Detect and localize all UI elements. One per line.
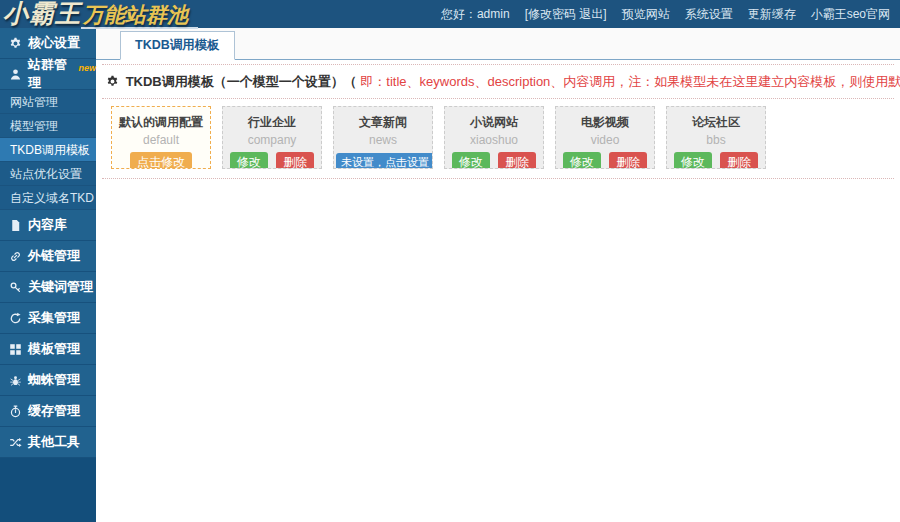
main-content: TKDB调用模板 TKDB调用模板（一个模型一个设置）（ 即：title、key… — [96, 28, 900, 522]
change-password-logout-link[interactable]: [修改密码 退出] — [525, 6, 607, 23]
sidebar-item-label: 核心设置 — [28, 34, 80, 52]
key-icon — [9, 281, 22, 294]
sidebar-item-external-links[interactable]: 外链管理 — [0, 241, 96, 272]
sidebar-item-content-library[interactable]: 内容库 — [0, 210, 96, 241]
submenu-item-website-management[interactable]: 网站管理 — [0, 90, 96, 114]
modify-button[interactable]: 修改 — [563, 152, 601, 169]
card-title: 小说网站 — [445, 114, 543, 131]
submenu-item-model-management[interactable]: 模型管理 — [0, 114, 96, 138]
card-title: 默认的调用配置 — [112, 114, 210, 131]
new-badge: new — [78, 63, 96, 73]
sidebar-item-label: 蜘蛛管理 — [28, 371, 80, 389]
sidebar-item-spiders[interactable]: 蜘蛛管理 — [0, 365, 96, 396]
card-code: default — [112, 133, 210, 147]
page-heading: TKDB调用模板（一个模型一个设置）（ 即：title、keywords、des… — [102, 65, 894, 98]
top-menu: 您好：admin [修改密码 退出] 预览网站 系统设置 更新缓存 小霸王seo… — [441, 0, 890, 28]
delete-button[interactable]: 删除 — [609, 152, 647, 169]
document-icon — [9, 219, 22, 232]
card-title: 论坛社区 — [667, 114, 765, 131]
grid-icon — [9, 343, 22, 356]
user-icon — [9, 68, 22, 81]
card-title: 行业企业 — [223, 114, 321, 131]
template-card-video: 电影视频 video 修改 删除 — [555, 106, 655, 169]
sidebar-item-label: 内容库 — [28, 216, 67, 234]
admin-page: 小霸王万能站群池 您好：admin [修改密码 退出] 预览网站 系统设置 更新… — [0, 0, 900, 522]
submenu-item-custom-domain-tkd[interactable]: 自定义域名TKD — [0, 186, 96, 210]
app-logo: 小霸王万能站群池 — [3, 0, 198, 30]
template-card-news: 文章新闻 news 未设置，点击设置 — [333, 106, 433, 169]
card-code: bbs — [667, 133, 765, 147]
template-card-list: 默认的调用配置 default 点击修改 行业企业 company 修改 删除 … — [102, 99, 894, 178]
modify-button[interactable]: 修改 — [674, 152, 712, 169]
sidebar: 核心设置 站群管理 new 网站管理 模型管理 TKDB调用模板 站点优化设置 … — [0, 28, 96, 522]
sidebar-item-cache[interactable]: 缓存管理 — [0, 396, 96, 427]
heading-note: 即：title、keywords、description、内容调用，注：如果模型… — [360, 74, 900, 89]
official-site-link[interactable]: 小霸王seo官网 — [811, 6, 890, 23]
tab-bar: TKDB调用模板 — [96, 28, 900, 60]
heading-title: TKDB调用模板（一个模型一个设置）（ — [126, 74, 361, 89]
delete-button[interactable]: 删除 — [276, 152, 314, 169]
content-panel: TKDB调用模板（一个模型一个设置）（ 即：title、keywords、des… — [102, 64, 894, 179]
template-card-xiaoshuo: 小说网站 xiaoshuo 修改 删除 — [444, 106, 544, 169]
link-icon — [9, 250, 22, 263]
sidebar-item-label: 缓存管理 — [28, 402, 80, 420]
card-title: 电影视频 — [556, 114, 654, 131]
shuffle-icon — [9, 436, 22, 449]
logo-part1: 小霸王 — [3, 0, 81, 27]
sidebar-item-label: 站群管理 — [28, 56, 71, 92]
sidebar-item-label: 其他工具 — [28, 433, 80, 451]
card-code: video — [556, 133, 654, 147]
sidebar-item-other-tools[interactable]: 其他工具 — [0, 427, 96, 458]
sidebar-item-core-settings[interactable]: 核心设置 — [0, 28, 96, 59]
gear-icon — [106, 75, 119, 88]
update-cache-link[interactable]: 更新缓存 — [748, 6, 796, 23]
tab-tkdb-template[interactable]: TKDB调用模板 — [120, 31, 235, 60]
site-group-submenu: 网站管理 模型管理 TKDB调用模板 站点优化设置 自定义域名TKD — [0, 90, 96, 210]
card-title: 文章新闻 — [334, 114, 432, 131]
refresh-icon — [9, 312, 22, 325]
sidebar-item-templates[interactable]: 模板管理 — [0, 334, 96, 365]
sidebar-item-label: 关键词管理 — [28, 278, 93, 296]
sidebar-item-label: 外链管理 — [28, 247, 80, 265]
system-settings-link[interactable]: 系统设置 — [685, 6, 733, 23]
sidebar-item-keywords[interactable]: 关键词管理 — [0, 272, 96, 303]
top-bar: 小霸王万能站群池 您好：admin [修改密码 退出] 预览网站 系统设置 更新… — [0, 0, 900, 28]
sidebar-item-label: 采集管理 — [28, 309, 80, 327]
sidebar-item-collection[interactable]: 采集管理 — [0, 303, 96, 334]
click-modify-button[interactable]: 点击修改 — [130, 152, 192, 169]
template-card-company: 行业企业 company 修改 删除 — [222, 106, 322, 169]
delete-button[interactable]: 删除 — [498, 152, 536, 169]
sidebar-item-label: 模板管理 — [28, 340, 80, 358]
dotted-separator — [102, 178, 894, 179]
card-code: news — [334, 133, 432, 147]
gear-icon — [9, 37, 22, 50]
greeting-text: 您好：admin — [441, 6, 510, 23]
modify-button[interactable]: 修改 — [452, 152, 490, 169]
sidebar-item-site-group[interactable]: 站群管理 new — [0, 59, 96, 90]
delete-button[interactable]: 删除 — [720, 152, 758, 169]
not-set-click-set-button[interactable]: 未设置，点击设置 — [336, 153, 433, 170]
card-code: company — [223, 133, 321, 147]
spider-icon — [9, 374, 22, 387]
card-code: xiaoshuo — [445, 133, 543, 147]
template-card-bbs: 论坛社区 bbs 修改 删除 — [666, 106, 766, 169]
submenu-item-tkdb-template[interactable]: TKDB调用模板 — [0, 138, 96, 162]
modify-button[interactable]: 修改 — [230, 152, 268, 169]
logo-part2: 万能站群池 — [81, 3, 198, 29]
submenu-item-site-optimization[interactable]: 站点优化设置 — [0, 162, 96, 186]
preview-site-link[interactable]: 预览网站 — [622, 6, 670, 23]
template-card-default: 默认的调用配置 default 点击修改 — [111, 106, 211, 169]
timer-icon — [9, 405, 22, 418]
